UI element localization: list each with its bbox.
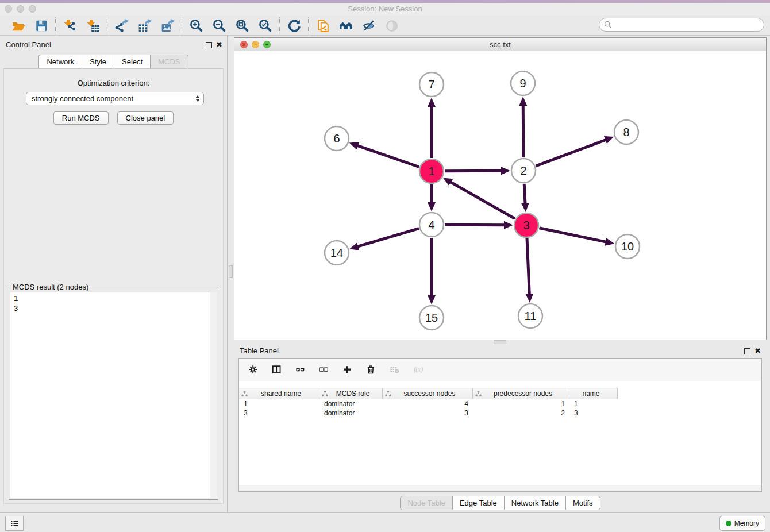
edge-1-2[interactable] bbox=[445, 171, 502, 171]
edge-2-3[interactable] bbox=[524, 184, 525, 204]
tab-style[interactable]: Style bbox=[82, 55, 114, 69]
tab-network[interactable]: Network bbox=[38, 55, 82, 69]
run-mcds-button[interactable]: Run MCDS bbox=[53, 111, 109, 125]
edge-1-6[interactable] bbox=[357, 145, 419, 167]
vertical-splitter-handle[interactable] bbox=[229, 265, 233, 278]
export-table-button[interactable] bbox=[137, 17, 153, 33]
cell-predecessor-nodes[interactable]: 2 bbox=[473, 408, 569, 418]
select-all-rows-button[interactable] bbox=[294, 363, 308, 377]
close-table-panel-icon[interactable]: ✖ bbox=[754, 348, 761, 354]
memory-button[interactable]: Memory bbox=[719, 516, 765, 531]
settings-gear-button[interactable] bbox=[247, 363, 261, 377]
node-1[interactable]: 1 bbox=[419, 159, 444, 183]
tab-mcds[interactable]: MCDS bbox=[150, 55, 188, 69]
result-scrollbar[interactable] bbox=[210, 292, 217, 498]
column-header-successor-nodes[interactable]: successor nodes bbox=[383, 388, 473, 399]
node-9[interactable]: 9 bbox=[511, 71, 535, 95]
cell-successor-nodes[interactable]: 4 bbox=[383, 399, 473, 408]
tab-edge-table[interactable]: Edge Table bbox=[452, 496, 504, 510]
zoom-in-button[interactable] bbox=[188, 17, 205, 33]
edge-3-10[interactable] bbox=[540, 228, 607, 242]
edge-2-8[interactable] bbox=[536, 140, 607, 166]
save-session-button[interactable] bbox=[33, 17, 49, 33]
network-manager-button[interactable] bbox=[338, 17, 354, 33]
cell-shared-name[interactable]: 3 bbox=[239, 408, 319, 418]
mcds-result-textarea[interactable]: 1 3 bbox=[10, 292, 217, 498]
node-11[interactable]: 11 bbox=[518, 304, 542, 328]
column-header-shared-name[interactable]: shared name bbox=[239, 388, 319, 399]
edge-4-3[interactable] bbox=[445, 225, 505, 225]
node-label: 8 bbox=[623, 126, 629, 138]
close-panel-icon[interactable]: ✖ bbox=[216, 41, 222, 48]
delete-button[interactable] bbox=[365, 363, 379, 377]
import-network-icon bbox=[63, 18, 77, 32]
deselect-all-rows-button[interactable] bbox=[318, 363, 332, 377]
node-label: 10 bbox=[621, 240, 634, 253]
refresh-layout-button[interactable] bbox=[286, 17, 302, 33]
tab-motifs[interactable]: Motifs bbox=[565, 496, 600, 510]
network-window-titlebar[interactable]: ✕ − + scc.txt bbox=[234, 38, 766, 52]
search-input[interactable] bbox=[615, 20, 764, 29]
zoom-selected-button[interactable] bbox=[257, 17, 274, 33]
edge-3-1[interactable] bbox=[450, 182, 515, 218]
node-3[interactable]: 3 bbox=[514, 213, 538, 237]
column-header-name[interactable]: name bbox=[569, 388, 618, 399]
style-preview-button[interactable] bbox=[361, 17, 377, 33]
float-panel-icon[interactable] bbox=[206, 42, 212, 48]
node-8[interactable]: 8 bbox=[614, 120, 638, 144]
horizontal-splitter-handle[interactable] bbox=[494, 340, 506, 344]
toggle-column-display-button[interactable] bbox=[271, 363, 284, 377]
show-hide-icon bbox=[385, 18, 399, 32]
edge-2-9[interactable] bbox=[523, 105, 523, 157]
cell-mcds-role[interactable]: dominator bbox=[319, 408, 383, 418]
export-network-button[interactable] bbox=[114, 17, 130, 33]
vertical-splitter[interactable] bbox=[228, 36, 234, 512]
cell-mcds-role[interactable]: dominator bbox=[319, 399, 383, 408]
import-network-button[interactable] bbox=[62, 17, 78, 33]
zoom-fit-icon bbox=[236, 18, 249, 32]
node-2[interactable]: 2 bbox=[511, 159, 536, 183]
node-4[interactable]: 4 bbox=[419, 213, 444, 237]
node-6[interactable]: 6 bbox=[325, 126, 349, 151]
node-label: 14 bbox=[330, 246, 343, 259]
float-table-panel-icon[interactable] bbox=[744, 348, 750, 354]
node-14[interactable]: 14 bbox=[325, 241, 349, 265]
edge-3-11[interactable] bbox=[527, 238, 529, 295]
task-history-button[interactable] bbox=[5, 516, 24, 531]
open-file-button[interactable] bbox=[10, 17, 26, 33]
node-label: 7 bbox=[428, 78, 434, 91]
cell-name[interactable]: 1 bbox=[569, 399, 618, 408]
export-table-icon bbox=[138, 18, 152, 32]
cell-successor-nodes[interactable]: 3 bbox=[383, 408, 473, 418]
table-horizontal-scrollbar[interactable] bbox=[239, 485, 761, 491]
horizontal-splitter[interactable] bbox=[234, 340, 767, 345]
node-15[interactable]: 15 bbox=[419, 306, 444, 330]
import-table-button[interactable] bbox=[85, 17, 101, 33]
criterion-dropdown[interactable]: strongly connected component bbox=[26, 92, 204, 105]
tab-node-table[interactable]: Node Table bbox=[400, 496, 452, 510]
cell-shared-name[interactable]: 1 bbox=[239, 399, 319, 408]
app-title: Session: New Session bbox=[0, 5, 770, 13]
network-canvas[interactable]: 1234678910111415 bbox=[234, 51, 766, 340]
column-header-mcds-role[interactable]: MCDS role bbox=[319, 388, 383, 399]
node-10[interactable]: 10 bbox=[615, 234, 640, 259]
table-row[interactable]: 3dominator323 bbox=[239, 408, 761, 418]
add-button[interactable] bbox=[341, 363, 355, 377]
zoom-out-button[interactable] bbox=[211, 17, 228, 33]
export-image-button[interactable] bbox=[160, 17, 176, 33]
node-label: 1 bbox=[428, 165, 434, 178]
control-panel-tabs: NetworkStyleSelectMCDS bbox=[0, 55, 227, 69]
search-box[interactable] bbox=[599, 18, 764, 32]
edge-4-14[interactable] bbox=[357, 229, 418, 247]
settings-gear-icon bbox=[248, 364, 260, 376]
node-7[interactable]: 7 bbox=[419, 72, 444, 97]
column-header-predecessor-nodes[interactable]: predecessor nodes bbox=[473, 388, 569, 399]
tab-select[interactable]: Select bbox=[114, 55, 150, 69]
close-panel-button[interactable]: Close panel bbox=[117, 111, 174, 125]
duplicate-network-button[interactable] bbox=[315, 17, 331, 33]
zoom-fit-button[interactable] bbox=[234, 17, 251, 33]
tab-network-table[interactable]: Network Table bbox=[504, 496, 565, 510]
table-row[interactable]: 1dominator411 bbox=[239, 399, 761, 408]
cell-name[interactable]: 3 bbox=[569, 408, 618, 418]
cell-predecessor-nodes[interactable]: 1 bbox=[473, 399, 569, 408]
